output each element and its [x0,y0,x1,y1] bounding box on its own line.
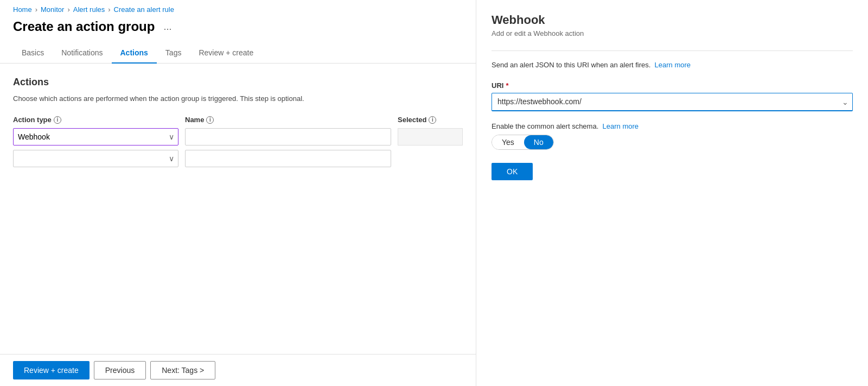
tabs-nav: Basics Notifications Actions Tags Review… [0,43,476,64]
breadcrumb-alert-rules[interactable]: Alert rules [73,5,105,14]
learn-more-link-2[interactable]: Learn more [603,122,639,130]
toggle-group: Yes No [492,135,554,150]
toggle-yes-button[interactable]: Yes [492,135,524,149]
breadcrumb-create-alert-rule[interactable]: Create an alert rule [114,5,174,14]
common-schema-section: Enable the common alert schema. Learn mo… [492,122,853,150]
table-row: Webhook Email/SMS message/Push/Voice Azu… [13,128,463,145]
content-area: Actions Choose which actions are perform… [0,64,476,354]
learn-more-link-1[interactable]: Learn more [655,61,691,69]
common-schema-label: Enable the common alert schema. Learn mo… [492,122,853,130]
selected-info-icon[interactable]: i [429,116,436,124]
next-tags-button[interactable]: Next: Tags > [150,361,215,379]
webhook-title: Webhook [492,13,853,27]
action-type-dropdown-1[interactable]: Webhook Email/SMS message/Push/Voice Azu… [13,128,178,145]
tab-review-create[interactable]: Review + create [190,43,262,64]
tab-tags[interactable]: Tags [157,43,190,64]
breadcrumb: Home › Monitor › Alert rules › Create an… [0,0,476,17]
tab-notifications[interactable]: Notifications [53,43,111,64]
breadcrumb-home[interactable]: Home [13,5,32,14]
name-input-wrapper-1 [185,128,391,145]
table-row-2: Webhook Email/SMS message/Push/Voice Azu… [13,150,463,167]
action-type-dropdown-2[interactable]: Webhook Email/SMS message/Push/Voice Azu… [13,150,178,167]
uri-input-wrapper: ⌄ [492,93,853,111]
tab-actions[interactable]: Actions [112,43,157,64]
action-type-select-wrapper-1: Webhook Email/SMS message/Push/Voice Azu… [13,128,178,145]
review-create-button[interactable]: Review + create [13,361,90,379]
webhook-subtitle: Add or edit a Webhook action [492,29,853,37]
toggle-no-button[interactable]: No [524,135,553,149]
selected-cell-1 [398,128,463,145]
webhook-description: Send an alert JSON to this URI when an a… [492,60,853,71]
page-title: Create an action group [13,19,155,34]
uri-input[interactable] [492,93,853,111]
action-type-select-wrapper-2: Webhook Email/SMS message/Push/Voice Azu… [13,150,178,167]
uri-field-label: URI * [492,81,853,90]
name-input-1[interactable] [185,128,391,145]
footer: Review + create Previous Next: Tags > [0,354,476,386]
table-header: Action type i Name i Selected i [13,116,463,124]
section-description: Choose which actions are performed when … [13,94,463,103]
breadcrumb-monitor[interactable]: Monitor [41,5,64,14]
column-header-name: Name i [185,116,391,124]
ok-button[interactable]: OK [492,163,533,180]
column-header-selected: Selected i [398,116,436,124]
previous-button[interactable]: Previous [94,361,146,379]
webhook-panel: Webhook Add or edit a Webhook action Sen… [476,0,868,386]
action-type-info-icon[interactable]: i [54,116,61,124]
name-info-icon[interactable]: i [206,116,214,124]
required-indicator: * [506,81,508,90]
column-header-action-type: Action type i [13,116,178,124]
name-input-wrapper-2 [185,150,391,167]
ellipsis-button[interactable]: ... [160,20,175,34]
divider [492,50,853,51]
name-input-2[interactable] [185,150,391,167]
tab-basics[interactable]: Basics [13,43,53,64]
section-title: Actions [13,77,463,88]
